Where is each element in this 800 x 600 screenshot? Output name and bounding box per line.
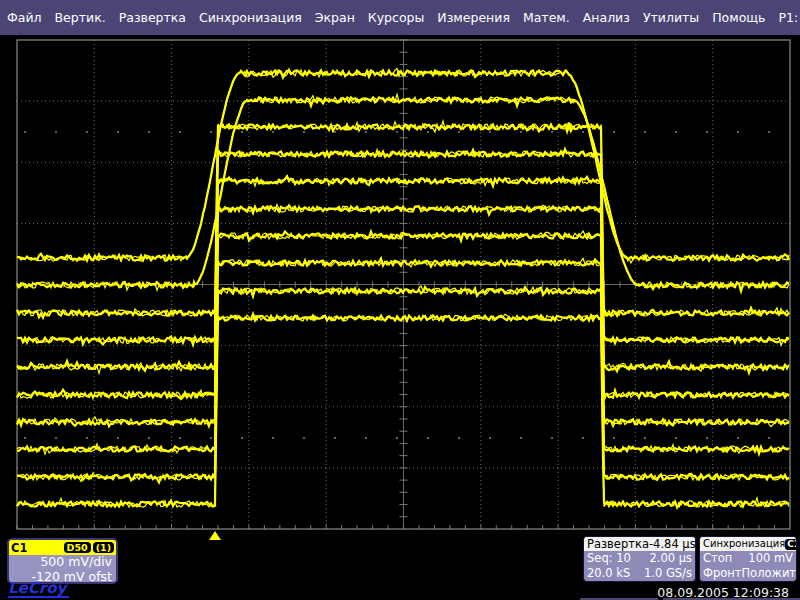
- p1-label: P1:: [778, 10, 798, 25]
- menu-item-file[interactable]: Файл: [7, 10, 42, 25]
- timebase-delay: -4.84 µs: [649, 537, 696, 551]
- coupling-badge: D50: [64, 542, 91, 553]
- menu-item-cursors[interactable]: Курсоры: [368, 10, 425, 25]
- timebase-title: Развертка: [587, 537, 649, 551]
- timebase-time-div: 2.00 µs: [649, 551, 692, 566]
- timebase-rate: 1.0 GS/s: [644, 566, 692, 581]
- trigger-position-marker[interactable]: [209, 531, 221, 540]
- trace-number-badge: (1): [93, 542, 114, 553]
- channel-c1-header: C1 D50 (1): [9, 540, 116, 555]
- menu-item-vertical[interactable]: Вертик.: [55, 10, 106, 25]
- trigger-level: 100 mV: [748, 551, 793, 566]
- trigger-slope: Положит.: [741, 566, 797, 581]
- menu-item-display[interactable]: Экран: [315, 10, 355, 25]
- datetime-display: 08.09.2005 12:09:38: [657, 585, 789, 600]
- timebase-mode: Seq: 10: [587, 551, 631, 566]
- menu-item-measure[interactable]: Измерения: [437, 10, 510, 25]
- trigger-header: Синхронизация C1: [700, 537, 796, 551]
- trigger-state: Стоп: [703, 551, 732, 566]
- menu-item-help[interactable]: Помощь: [712, 10, 765, 25]
- timebase-box[interactable]: Развертка -4.84 µs Seq: 10 2.00 µs 20.0 …: [583, 536, 696, 582]
- trigger-source-badge: C1: [785, 539, 797, 550]
- waveform-display: [0, 0, 800, 600]
- trigger-slope-label: Фронт: [703, 566, 741, 581]
- menu-item-analysis[interactable]: Анализ: [583, 10, 630, 25]
- trigger-box[interactable]: Синхронизация C1 Стоп 100 mV Фронт Полож…: [699, 536, 797, 582]
- trigger-row-2: Фронт Положит.: [700, 566, 796, 581]
- channel-c1-box[interactable]: C1 D50 (1) 500 mV/div -120 mV ofst: [7, 538, 118, 584]
- trigger-title: Синхронизация: [703, 537, 785, 551]
- menu-item-trigger[interactable]: Синхронизация: [199, 10, 302, 25]
- trigger-row-1: Стоп 100 mV: [700, 551, 796, 566]
- timebase-row-2: 20.0 kS 1.0 GS/s: [584, 566, 695, 581]
- timebase-header: Развертка -4.84 µs: [584, 537, 695, 551]
- menu-item-math[interactable]: Матем.: [523, 10, 570, 25]
- oscilloscope-screen: ФайлВертик.РазверткаСинхронизацияЭкранКу…: [0, 0, 800, 600]
- timebase-samples: 20.0 kS: [587, 566, 630, 581]
- channel-name: C1: [11, 541, 27, 555]
- menu-bar: ФайлВертик.РазверткаСинхронизацияЭкранКу…: [0, 0, 800, 35]
- channel-scale: 500 mV/div: [9, 555, 116, 570]
- menu-item-utilities[interactable]: Утилиты: [643, 10, 699, 25]
- timebase-row-1: Seq: 10 2.00 µs: [584, 551, 695, 566]
- lecroy-logo: LeCroy: [8, 581, 69, 598]
- menu-item-timebase[interactable]: Развертка: [119, 10, 186, 25]
